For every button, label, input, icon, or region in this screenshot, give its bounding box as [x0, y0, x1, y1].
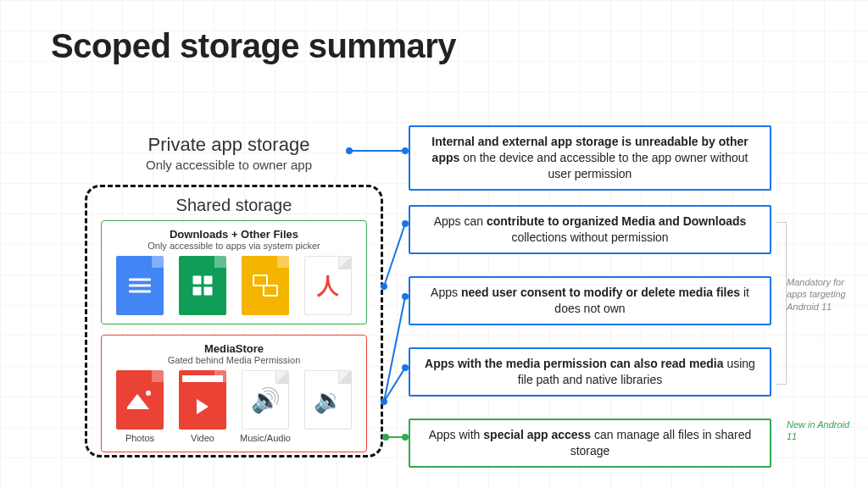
shared-storage-container: Shared storage Downloads + Other Files O… [85, 185, 383, 458]
note2-bold: contribute to organized Media and Downlo… [487, 214, 746, 228]
note-box-2: Apps can contribute to organized Media a… [409, 205, 771, 254]
note2-rest: collections without permission [511, 230, 668, 244]
svg-point-13 [403, 435, 408, 440]
downloads-group: Downloads + Other Files Only accessible … [101, 220, 367, 324]
music-caption: Music/Audio [240, 433, 291, 443]
note-box-3: Apps need user consent to modify or dele… [409, 276, 771, 325]
mandatory-bracket [776, 222, 787, 385]
svg-line-5 [384, 297, 405, 402]
music-file-icon: 🔊 [242, 370, 289, 430]
svg-point-8 [403, 365, 408, 370]
svg-line-7 [384, 368, 405, 402]
note4-bold: Apps with the media permission can also … [425, 357, 723, 370]
private-heading: Private app storage [102, 134, 356, 156]
svg-line-3 [384, 224, 405, 286]
slides-file-icon [242, 256, 289, 315]
sheets-file-icon [179, 256, 226, 315]
downloads-sub: Only accessible to apps via system picke… [108, 241, 359, 251]
note3-bold: need user consent to modify or delete me… [461, 286, 740, 299]
note-box-4: Apps with the media permission can also … [409, 347, 771, 396]
audio-caption-blank [326, 433, 329, 443]
mediastore-sub: Gated behind Media Permission [108, 355, 359, 365]
video-file-icon [179, 370, 226, 430]
note-box-5: Apps with special app access can manage … [409, 419, 771, 468]
audio-file-icon: 🔉 [304, 370, 352, 430]
shared-heading: Shared storage [101, 196, 367, 215]
note3-pre: Apps [431, 286, 461, 299]
note5-bold: special app access [483, 428, 591, 441]
pdf-file-icon: 人 [304, 256, 352, 315]
mediastore-title: MediaStore [108, 342, 359, 355]
svg-point-2 [403, 148, 408, 153]
photos-file-icon [116, 370, 164, 430]
private-sub: Only accessible to owner app [102, 158, 356, 172]
note5-rest: can manage all files in shared storage [570, 428, 752, 458]
svg-point-12 [383, 435, 388, 440]
docs-file-icon [116, 256, 164, 315]
note-box-1: Internal and external app storage is unr… [409, 125, 771, 191]
video-caption: Video [191, 433, 214, 443]
mediastore-group: MediaStore Gated behind Media Permission… [101, 335, 367, 452]
svg-point-6 [403, 294, 408, 299]
note1-rest: on the device and accessible to the app … [459, 151, 748, 180]
private-storage-header: Private app storage Only accessible to o… [102, 134, 356, 172]
note2-pre: Apps can [434, 214, 487, 228]
note5-pre: Apps with [429, 428, 484, 441]
svg-point-4 [403, 221, 408, 226]
page-title: Scoped storage summary [51, 27, 456, 65]
downloads-title: Downloads + Other Files [108, 228, 359, 241]
photos-caption: Photos [125, 433, 154, 443]
mandatory-note: Mandatory for apps targeting Android 11 [787, 276, 853, 313]
newin-note: New in Android 11 [787, 419, 853, 443]
